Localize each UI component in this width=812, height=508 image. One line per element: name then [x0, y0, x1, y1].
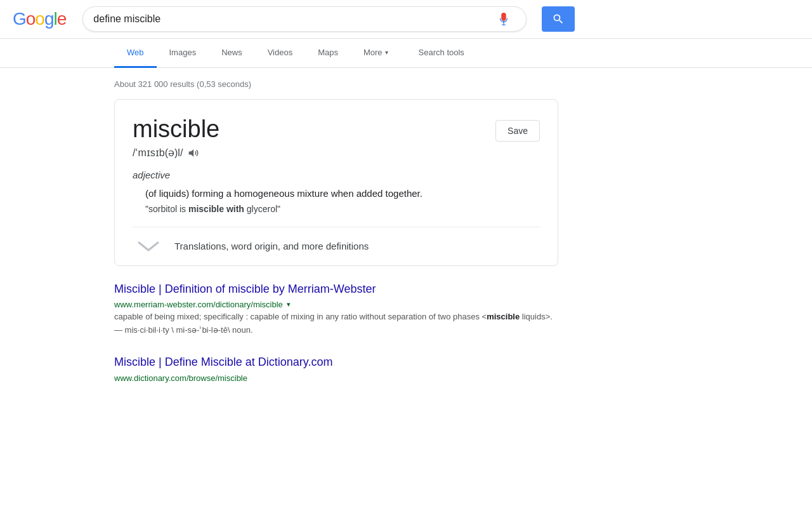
- definition-text: (of liquids) forming a homogeneous mixtu…: [133, 188, 540, 199]
- header: Google: [0, 0, 812, 39]
- save-button[interactable]: Save: [495, 120, 540, 142]
- result-url-2: www.dictionary.com/browse/miscible: [114, 373, 558, 383]
- word-type: adjective: [133, 170, 540, 180]
- speaker-icon[interactable]: [188, 147, 200, 159]
- example-bold-with: with: [226, 204, 244, 214]
- example-bold-miscible: miscible: [188, 204, 224, 214]
- tab-videos[interactable]: Videos: [255, 39, 306, 68]
- card-footer-label: Translations, word origin, and more defi…: [174, 241, 369, 251]
- example-text: "sorbitol is miscible with glycerol": [133, 204, 540, 214]
- card-header: miscible Save: [133, 115, 540, 144]
- tab-images[interactable]: Images: [157, 39, 209, 68]
- result-title-1[interactable]: Miscible | Definition of miscible by Mer…: [114, 281, 558, 297]
- svg-marker-4: [189, 149, 194, 157]
- pronunciation: /ˈmɪsɪb(ə)l/: [133, 147, 540, 159]
- tab-search-tools[interactable]: Search tools: [406, 39, 477, 68]
- results-count: About 321 000 results (0,53 seconds): [114, 73, 558, 99]
- expand-chevron-icon: [133, 237, 164, 255]
- tab-news[interactable]: News: [209, 39, 255, 68]
- definition-card: miscible Save /ˈmɪsɪb(ə)l/ adjective (of…: [114, 99, 558, 266]
- search-bar: [82, 6, 527, 32]
- word-title: miscible: [133, 115, 219, 144]
- search-result-2: Miscible | Define Miscible at Dictionary…: [114, 354, 558, 382]
- url-dropdown-icon[interactable]: ▾: [287, 300, 291, 309]
- chevron-down-icon: ▾: [385, 49, 388, 56]
- search-result-1: Miscible | Definition of miscible by Mer…: [114, 281, 558, 337]
- search-button[interactable]: [542, 6, 575, 32]
- search-input[interactable]: [93, 13, 497, 25]
- tab-more[interactable]: More ▾: [351, 39, 401, 68]
- result-title-2[interactable]: Miscible | Define Miscible at Dictionary…: [114, 354, 558, 370]
- result-snippet-1: capable of being mixed; specifically : c…: [114, 311, 558, 337]
- result-url-1: www.merriam-webster.com/dictionary/misci…: [114, 300, 558, 309]
- tab-maps[interactable]: Maps: [305, 39, 351, 68]
- results-area: About 321 000 results (0,53 seconds) mis…: [0, 68, 571, 413]
- pronunciation-text: /ˈmɪsɪb(ə)l/: [133, 147, 183, 159]
- google-logo[interactable]: Google: [13, 9, 66, 29]
- tab-web[interactable]: Web: [114, 39, 157, 68]
- card-footer[interactable]: Translations, word origin, and more defi…: [133, 227, 540, 265]
- mic-icon[interactable]: [497, 12, 511, 26]
- nav-tabs: Web Images News Videos Maps More ▾ Searc…: [0, 39, 812, 68]
